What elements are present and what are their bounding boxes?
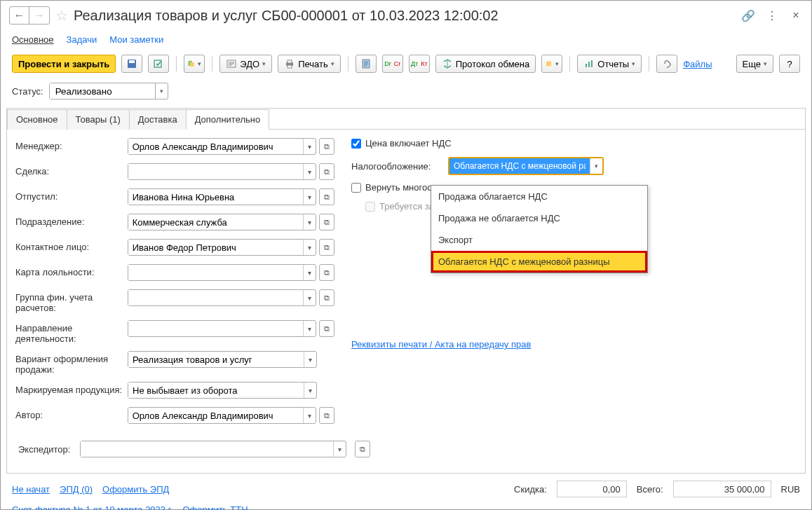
variant-label: Вариант оформления продажи: [15,351,128,375]
chevron-down-icon[interactable]: ▾ [303,139,316,154]
nav-notes[interactable]: Мои заметки [109,34,163,45]
tax-label: Налогообложение: [351,161,442,172]
chevron-down-icon[interactable]: ▾ [303,214,316,230]
dept-label: Подразделение: [15,214,128,227]
action-button[interactable]: ▾ [541,55,562,73]
return-label: Вернуть многоо [365,182,432,193]
chevron-down-icon[interactable]: ▾ [304,352,316,367]
open-icon[interactable]: ⧉ [319,188,334,205]
ttn-link[interactable]: Оформить ТТН [182,504,248,510]
open-icon[interactable]: ⧉ [319,214,334,230]
close-icon[interactable]: × [789,9,803,22]
open-icon[interactable]: ⧉ [319,163,334,180]
content: Основное Товары (1) Доставка Дополнитель… [6,108,806,474]
deal-field[interactable]: ▾ [128,163,316,180]
chevron-down-icon[interactable]: ▾ [303,265,316,280]
forward-button[interactable]: → [29,7,49,24]
open-icon[interactable]: ⧉ [319,264,334,281]
chevron-down-icon[interactable]: ▾ [590,158,602,174]
dropdown-item[interactable]: Продажа не облагается НДС [431,207,647,229]
svg-rect-9 [363,60,370,68]
chevron-down-icon[interactable]: ▾ [303,321,316,336]
tax-select[interactable]: ▾ [448,157,604,175]
svg-rect-1 [129,60,135,63]
chevron-down-icon[interactable]: ▾ [155,83,168,99]
activity-field[interactable]: ▾ [128,320,316,337]
top-nav: Основное Задачи Мои заметки [1,30,811,50]
discount-label: Скидка: [514,484,547,495]
dropdown-item[interactable]: Продажа облагается НДС [431,186,647,207]
reports-button[interactable]: Отчеты▾ [577,55,642,73]
svg-rect-8 [287,65,292,68]
dropdown-item-selected[interactable]: Облагается НДС с межценовой разницы [431,251,647,273]
attach-button[interactable] [656,55,677,73]
author-field[interactable]: ▾ [128,407,316,424]
dtkt-button[interactable]: ДтКт [409,55,430,73]
status-input[interactable] [50,83,155,99]
tab-extra[interactable]: Дополнительно [186,109,270,130]
tax-input[interactable] [449,158,590,174]
post-close-button[interactable]: Провести и закрыть [12,55,116,73]
total-label: Всего: [637,484,663,495]
doc1-button[interactable] [356,55,377,73]
edo-button[interactable]: ЭДО▾ [219,55,272,73]
open-icon[interactable]: ⧉ [319,138,334,155]
open-icon[interactable]: ⧉ [319,239,334,256]
open-icon[interactable]: ⧉ [355,441,370,457]
svg-rect-4 [190,62,194,67]
tab-delivery[interactable]: Доставка [129,109,187,130]
chevron-down-icon[interactable]: ▾ [303,290,316,305]
save-button[interactable] [121,55,142,73]
currency: RUB [781,484,800,495]
activity-label: Направление деятельности: [15,320,128,344]
open-icon[interactable]: ⧉ [319,320,334,337]
chevron-down-icon[interactable]: ▾ [303,408,316,423]
protocol-button[interactable]: Протокол обмена [435,55,536,73]
star-icon[interactable]: ☆ [55,7,68,24]
help-button[interactable]: ? [779,55,800,73]
manager-field[interactable]: ▾ [128,138,316,155]
dept-field[interactable]: ▾ [128,214,316,230]
fingroup-field[interactable]: ▾ [128,289,316,306]
kebab-icon[interactable]: ⋮ [765,9,779,22]
return-checkbox[interactable] [351,183,361,193]
contact-field[interactable]: ▾ [128,239,316,256]
chevron-down-icon[interactable]: ▾ [303,164,316,179]
epd-create-link[interactable]: Оформить ЭПД [102,484,169,495]
marked-field[interactable]: ▾ [128,382,317,399]
deposit-label: Требуется за [379,201,434,212]
deal-label: Сделка: [15,163,128,177]
print-button[interactable]: Печать▾ [278,55,341,73]
variant-field[interactable]: ▾ [128,351,317,368]
not-started-link[interactable]: Не начат [12,484,50,495]
open-icon[interactable]: ⧉ [319,289,334,306]
post-button[interactable] [148,55,169,73]
nav-main[interactable]: Основное [12,34,54,45]
footer-totals: Не начат ЭПД (0) Оформить ЭПД Скидка: 0,… [1,476,811,502]
loyalty-field[interactable]: ▾ [128,264,316,281]
status-select[interactable]: ▾ [49,83,168,99]
open-icon[interactable]: ⧉ [319,407,334,424]
chevron-down-icon[interactable]: ▾ [303,240,316,255]
released-field[interactable]: ▾ [128,188,316,205]
tab-main[interactable]: Основное [7,109,67,130]
chevron-down-icon[interactable]: ▾ [304,382,316,398]
expeditor-field[interactable]: ▾ [80,441,346,457]
vat-checkbox-row: Цена включает НДС [351,138,797,149]
footer-links: Счет-фактура № 1 от 10 марта 2023 г. Офо… [1,502,811,510]
vat-checkbox[interactable] [351,139,361,149]
chevron-down-icon[interactable]: ▾ [303,189,316,205]
create-based-button[interactable]: ▾ [184,55,205,73]
back-button[interactable]: ← [10,7,29,24]
print-req-link[interactable]: Реквизиты печати / Акта на передачу прав [351,339,531,350]
invoice-link[interactable]: Счет-фактура № 1 от 10 марта 2023 г. [12,504,172,510]
epd-link[interactable]: ЭПД (0) [60,484,93,495]
dropdown-item[interactable]: Экспорт [431,229,647,251]
tab-goods[interactable]: Товары (1) [67,109,130,130]
more-button[interactable]: Еще▾ [736,55,773,73]
files-link[interactable]: Файлы [683,59,712,69]
chevron-down-icon[interactable]: ▾ [333,441,346,457]
link-icon[interactable]: 🔗 [741,9,755,22]
nav-tasks[interactable]: Задачи [67,34,97,45]
drcr-button[interactable]: DrCr [382,55,403,73]
